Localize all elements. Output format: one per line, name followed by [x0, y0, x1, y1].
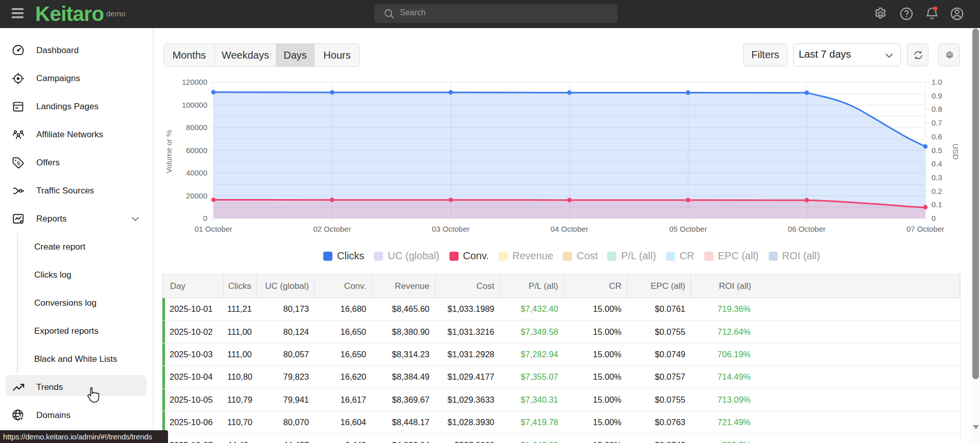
svg-text:07 October: 07 October	[906, 225, 944, 233]
svg-text:0: 0	[203, 214, 207, 223]
svg-text:1.0: 1.0	[931, 78, 942, 86]
svg-text:80000: 80000	[186, 123, 207, 132]
svg-text:S: S	[16, 160, 20, 166]
svg-text:0.1: 0.1	[931, 200, 942, 209]
svg-text:04 October: 04 October	[551, 225, 588, 233]
svg-text:0.8: 0.8	[931, 105, 942, 113]
svg-text:0.4: 0.4	[931, 159, 942, 168]
svg-text:06 October: 06 October	[788, 225, 826, 233]
svg-text:05 October: 05 October	[669, 225, 707, 233]
svg-text:0.6: 0.6	[931, 132, 942, 141]
svg-text:60000: 60000	[186, 146, 207, 155]
svg-text:120000: 120000	[182, 78, 207, 86]
svg-text:0.2: 0.2	[931, 187, 942, 195]
svg-text:40000: 40000	[186, 168, 207, 177]
svg-text:0.7: 0.7	[931, 118, 942, 127]
svg-text:02 October: 02 October	[313, 225, 351, 233]
svg-text:0: 0	[931, 214, 936, 223]
svg-text:0.3: 0.3	[931, 173, 942, 182]
svg-text:0.9: 0.9	[931, 91, 942, 100]
svg-text:0.5: 0.5	[931, 146, 942, 155]
svg-text:USD: USD	[951, 143, 960, 160]
svg-text:100000: 100000	[182, 101, 207, 109]
svg-text:Volume or %: Volume or %	[164, 130, 173, 173]
svg-text:20000: 20000	[186, 191, 207, 200]
svg-text:03 October: 03 October	[432, 225, 470, 233]
svg-text:01 October: 01 October	[195, 225, 232, 233]
